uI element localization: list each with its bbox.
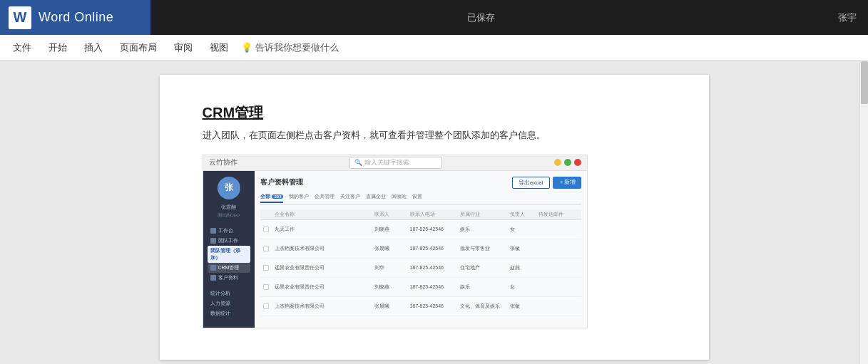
td-contact: 刘华 [374, 264, 410, 271]
td-company: 上杰档案技术有限公司 [275, 303, 374, 310]
tab-public[interactable]: 公共管理 [315, 193, 335, 203]
word-logo-icon: W [9, 6, 31, 29]
screenshot-main: 张 张霆翻 测试的CEO 工作台 团队工作 团队管理（添加） [203, 171, 587, 328]
search-icon: 💡 [241, 42, 252, 53]
td-contact: 张晨曦 [374, 303, 410, 310]
table-row: 上杰档案技术有限公司 张晨曦 187-825-42546 文化、体育及娱乐 张敏… [260, 297, 581, 316]
crm-description: 进入团队，在页面左侧栏点击客户资料，就可查看并管理整个团队添加的客户信息。 [203, 128, 666, 143]
td-owner: 女 [510, 226, 538, 233]
sidebar-label-team-manage: 团队管理（添加） [210, 247, 247, 261]
content-header: 客户资料管理 导出excel ＋新增 [260, 177, 581, 189]
sidebar-item-team-work[interactable]: 团队工作 [208, 236, 250, 246]
add-button[interactable]: ＋新增 [553, 177, 581, 189]
row-checkbox[interactable] [263, 303, 269, 309]
sidebar-item-crm[interactable]: CRM管理 [208, 263, 250, 273]
content-title: 客户资料管理 [260, 177, 303, 187]
title-bar: W Word Online 已保存 张宇 [0, 0, 868, 35]
window-controls [554, 159, 581, 166]
sidebar-item-workbench[interactable]: 工作台 [208, 226, 250, 236]
tab-recycle[interactable]: 回收站 [392, 193, 407, 203]
sidebar-label-statistics: 统计分析 [210, 290, 230, 297]
crm-icon [210, 265, 216, 271]
tab-company[interactable]: 直属企业 [366, 193, 386, 203]
screenshot-topbar: 云竹协作 🔍 输入关键字搜索 [203, 155, 587, 171]
document-area: CRM管理 进入团队，在页面左侧栏点击客户资料，就可查看并管理整个团队添加的客户… [0, 61, 868, 364]
tab-all[interactable]: 全部 253 [260, 193, 284, 203]
td-industry: 娱乐 [460, 284, 510, 291]
save-status: 已保存 [150, 11, 811, 24]
scrollbar-thumb[interactable] [861, 61, 868, 104]
td-phone: 187-825-42546 [410, 284, 460, 289]
sidebar-item-customer[interactable]: 客户资料 [208, 273, 250, 283]
sidebar-item-statistics[interactable]: 统计分析 [208, 288, 250, 298]
th-phone: 联系人电话 [410, 211, 460, 218]
menu-review[interactable]: 审阅 [167, 38, 200, 57]
crm-screenshot: 云竹协作 🔍 输入关键字搜索 张 张霆翻 测试的CEO [203, 155, 588, 328]
td-phone: 187-825-42546 [410, 303, 460, 308]
screenshot-search: 🔍 输入关键字搜索 [349, 157, 442, 169]
sidebar-item-team-manage[interactable]: 团队管理（添加） [208, 246, 250, 263]
sidebar-label-data: 数据统计 [210, 310, 230, 317]
sidebar-nav-section: 工作台 团队工作 团队管理（添加） CRM管理 [203, 224, 255, 284]
menu-insert[interactable]: 插入 [77, 38, 110, 57]
crm-title: CRM管理 [203, 103, 666, 123]
content-tabs: 全部 253 我的客户 公共管理 关注客户 直属企业 回收站 设置 [260, 193, 581, 205]
row-checkbox[interactable] [263, 227, 269, 232]
sidebar-label-hr: 人力资源 [210, 300, 230, 307]
table-row: 远景农业有限责任公司 刘华 187-825-42546 住宅地产 赵燕 编辑 追… [260, 259, 581, 278]
sidebar-label-crm: CRM管理 [218, 264, 240, 271]
scrollbar[interactable] [859, 61, 868, 364]
screenshot-app-title: 云竹协作 [209, 157, 238, 167]
td-owner: 张敏 [510, 303, 538, 310]
td-industry: 文化、体育及娱乐 [460, 303, 510, 310]
table-header: 企业名称 联系人 联系人电话 所属行业 负责人 待发送邮件 操作 [260, 209, 581, 220]
th-company: 企业名称 [275, 211, 374, 218]
action-buttons: 导出excel ＋新增 [512, 177, 581, 189]
user-name[interactable]: 张宇 [811, 11, 868, 24]
td-owner: 女 [510, 284, 538, 291]
table-row: 九天工作 刘晓燕 187-825-42546 娱乐 女 编辑 追加联系 可充值 [260, 220, 581, 239]
row-checkbox[interactable] [263, 284, 269, 290]
td-contact: 张晨曦 [374, 245, 410, 252]
th-contact: 联系人 [374, 211, 410, 218]
document-page: CRM管理 进入团队，在页面左侧栏点击客户资料，就可查看并管理整个团队添加的客户… [160, 75, 709, 360]
user-avatar: 张 [218, 177, 240, 199]
sidebar-label-workbench: 工作台 [218, 227, 233, 234]
team-work-icon [210, 238, 216, 244]
td-phone: 187-825-42546 [410, 246, 460, 251]
customer-icon [210, 275, 216, 281]
export-button[interactable]: 导出excel [512, 177, 550, 189]
row-checkbox[interactable] [263, 265, 269, 271]
screenshot-search-icon: 🔍 [354, 159, 362, 166]
tab-setting[interactable]: 设置 [412, 193, 422, 203]
td-industry: 娱乐 [460, 226, 510, 233]
td-phone: 187-825-42546 [410, 265, 460, 270]
sidebar-item-hr[interactable]: 人力资源 [208, 298, 250, 308]
close-icon [574, 159, 581, 166]
th-owner: 负责人 [510, 211, 538, 218]
td-contact: 刘晓燕 [374, 284, 410, 291]
td-owner: 赵燕 [510, 264, 538, 271]
workbench-icon [210, 228, 216, 234]
row-checkbox[interactable] [263, 246, 269, 251]
td-company: 上杰档案技术有限公司 [275, 245, 374, 252]
tab-follow[interactable]: 关注客户 [340, 193, 360, 203]
sidebar-item-data[interactable]: 数据统计 [208, 308, 250, 318]
sidebar-label-customer: 客户资料 [218, 274, 238, 281]
td-industry: 住宅地产 [460, 264, 510, 271]
menu-search-area: 💡 告诉我你想要做什么 [241, 41, 339, 54]
th-checkbox [263, 211, 275, 218]
menu-search-label[interactable]: 告诉我你想要做什么 [255, 41, 339, 54]
sidebar-user-role: 测试的CEO [218, 212, 240, 219]
sidebar-user-name: 张霆翻 [221, 204, 236, 211]
th-mail: 待发送邮件 [538, 211, 587, 218]
table-row: 远景农业有限责任公司 刘晓燕 187-825-42546 娱乐 女 编辑 追加联… [260, 278, 581, 297]
screenshot-sidebar: 张 张霆翻 测试的CEO 工作台 团队工作 团队管理（添加） [203, 171, 255, 328]
menu-layout[interactable]: 页面布局 [113, 38, 164, 57]
app-title: Word Online [39, 10, 113, 25]
menu-view[interactable]: 视图 [203, 38, 235, 57]
sidebar-nav-section-2: 统计分析 人力资源 数据统计 [203, 287, 255, 320]
menu-file[interactable]: 文件 [6, 38, 39, 57]
menu-home[interactable]: 开始 [41, 38, 74, 57]
tab-my[interactable]: 我的客户 [289, 193, 309, 203]
